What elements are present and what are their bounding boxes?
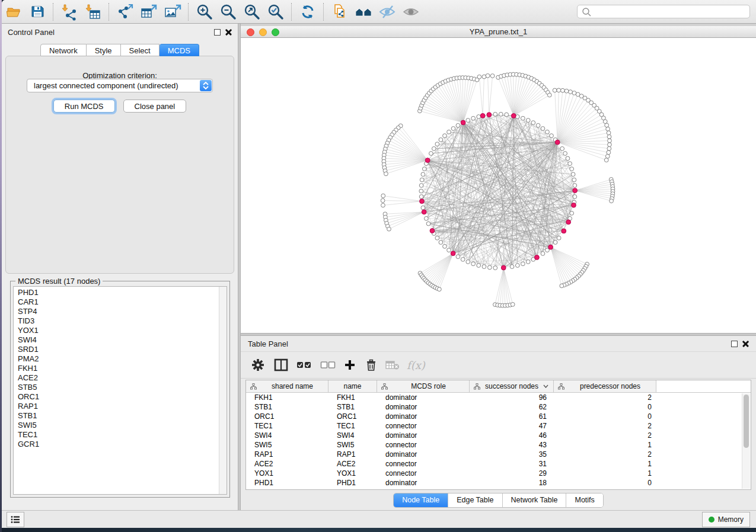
float-panel-button[interactable] [214,29,221,36]
criterion-dropdown[interactable]: largest connected component (undirected) [27,79,213,92]
tab-network[interactable]: Network [40,44,87,56]
graph-hub-node[interactable] [555,140,560,145]
table-row[interactable]: SWI4SWI4dominator462 [246,431,751,440]
graph-node[interactable] [419,195,423,199]
graph-node[interactable] [456,123,460,127]
show-all-button[interactable] [402,3,420,21]
graph-node[interactable] [451,127,455,131]
graph-node[interactable] [439,138,443,142]
graph-node[interactable] [521,116,525,120]
graph-hub-node[interactable] [451,251,455,256]
graph-leaf-node[interactable] [610,199,614,203]
first-neighbors-button[interactable] [355,3,372,21]
table-row[interactable]: SWI5SWI5connector431 [246,440,751,450]
close-panel-button[interactable] [225,29,232,36]
graph-hub-node[interactable] [572,203,576,207]
graph-node[interactable] [568,162,572,166]
mcds-result-item[interactable]: GCR1 [18,440,227,449]
graph-node[interactable] [487,265,492,270]
memory-button[interactable]: Memory [702,512,750,527]
table-row[interactable]: FKH1FKH1dominator962 [246,393,751,402]
delete-column-button[interactable] [365,356,377,374]
graph-node[interactable] [553,241,557,245]
export-table-button[interactable] [140,3,158,21]
column-header[interactable]: predecessor nodes [554,380,656,392]
graph-leaf-node[interactable] [486,73,490,78]
graph-node[interactable] [435,142,439,146]
network-window-titlebar[interactable]: YPA_prune.txt_1 [241,26,756,38]
zoom-out-button[interactable] [219,3,237,21]
mcds-list-scrollbar[interactable] [219,287,227,494]
graph-leaf-node[interactable] [607,134,611,139]
graph-node[interactable] [499,112,503,116]
graph-node[interactable] [521,262,525,266]
graph-node[interactable] [419,184,423,188]
graph-leaf-node[interactable] [605,123,609,127]
graph-node[interactable] [572,178,576,182]
graph-node[interactable] [510,265,514,269]
tab-node-table[interactable]: Node Table [394,493,448,507]
maximize-window-icon[interactable] [272,28,279,36]
table-row[interactable]: ACE2ACE2connector311 [246,459,751,469]
show-column-button[interactable] [274,356,288,374]
graph-node[interactable] [435,236,439,240]
graph-leaf-node[interactable] [477,75,481,79]
zoom-fit-button[interactable] [243,3,261,21]
graph-node[interactable] [421,206,425,210]
graph-leaf-node[interactable] [606,127,610,131]
mcds-result-item[interactable]: RAP1 [18,402,227,411]
graph-node[interactable] [422,167,426,171]
graph-hub-node[interactable] [420,199,425,204]
graph-node[interactable] [421,172,425,177]
mcds-result-item[interactable]: CAR1 [18,297,227,307]
graph-hub-node[interactable] [548,245,553,249]
graph-node[interactable] [419,189,423,193]
mcds-result-item[interactable]: STP4 [18,307,227,316]
graph-hub-node[interactable] [566,220,571,225]
graph-leaf-node[interactable] [557,88,561,92]
graph-node[interactable] [493,266,497,270]
vertical-splitter[interactable] [238,24,241,510]
table-scrollbar-thumb[interactable] [744,395,749,448]
graph-node[interactable] [563,152,567,156]
graph-node[interactable] [526,259,530,264]
graph-node[interactable] [493,112,497,116]
graph-node[interactable] [429,152,433,156]
graph-hub-node[interactable] [422,210,426,214]
graph-node[interactable] [541,127,545,131]
graph-node[interactable] [447,130,451,134]
graph-node[interactable] [573,195,577,199]
graph-node[interactable] [541,252,545,256]
graph-node[interactable] [482,265,486,269]
graph-node[interactable] [466,259,470,264]
graph-node[interactable] [424,216,428,220]
tab-network-table[interactable]: Network Table [502,493,566,507]
graph-leaf-node[interactable] [569,90,573,94]
export-image-button[interactable] [164,3,181,21]
graph-node[interactable] [536,123,540,127]
graph-leaf-node[interactable] [607,150,611,155]
network-canvas[interactable] [241,38,756,333]
column-header[interactable]: successor nodes [470,380,554,392]
graph-node[interactable] [570,167,574,171]
table-row[interactable]: YOX1YOX1connector291 [246,469,751,478]
mcds-result-item[interactable]: PMA2 [18,354,227,364]
graph-leaf-node[interactable] [437,287,441,291]
table-settings-button[interactable] [251,356,264,374]
zoom-selected-button[interactable] [267,3,285,21]
mcds-result-item[interactable]: TID3 [18,316,227,326]
graph-leaf-node[interactable] [605,154,610,158]
graph-node[interactable] [531,121,535,125]
mcds-result-item[interactable]: PHD1 [18,288,227,297]
save-session-button[interactable] [28,3,46,21]
graph-node[interactable] [477,115,481,119]
table-row[interactable]: STB1STB1dominator620 [246,402,751,412]
tab-edge-table[interactable]: Edge Table [448,493,502,507]
import-network-button[interactable] [60,3,78,21]
mcds-result-item[interactable]: SWI4 [18,335,227,345]
unselect-all-button[interactable] [320,356,336,374]
mcds-result-item[interactable]: YOX1 [18,326,227,335]
import-table-button[interactable] [84,3,102,21]
graph-node[interactable] [560,147,564,151]
graph-hub-node[interactable] [480,113,485,118]
